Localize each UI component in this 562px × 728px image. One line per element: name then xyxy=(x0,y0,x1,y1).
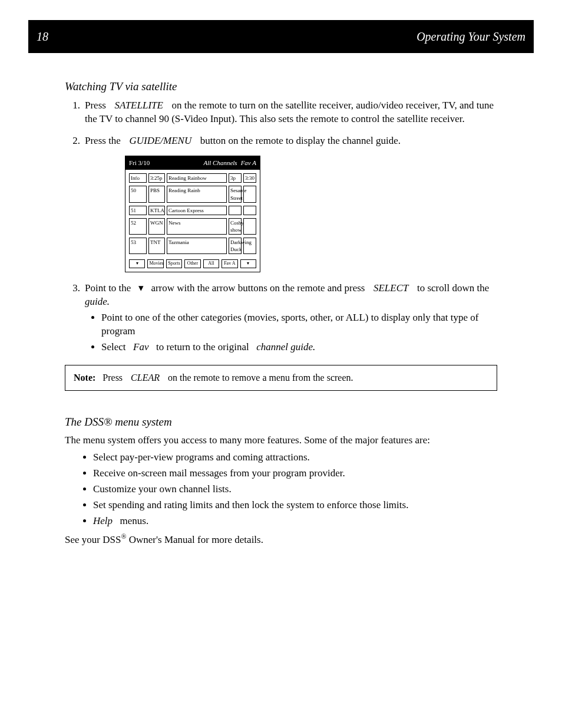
guide-foot-cell: ▾ xyxy=(129,259,145,268)
note-text: on the remote to remove a menu from the … xyxy=(168,373,353,383)
sub-item: Select Fav to return to the original cha… xyxy=(101,341,497,354)
guide-cell: 3:30 xyxy=(243,173,256,183)
guide-cell: Reading Rainb xyxy=(167,186,227,202)
feature-item: Customize your own channel lists. xyxy=(93,483,497,496)
feature-item: Help menus. xyxy=(93,515,497,528)
step-text: Press the xyxy=(85,135,121,146)
sub-list: Point to one of the other categories (mo… xyxy=(101,311,497,354)
guide-italic: guide. xyxy=(85,296,110,307)
guide-cell: Sesame Street xyxy=(229,186,242,202)
button-label-clear: CLEAR xyxy=(131,373,160,383)
step-text: Press xyxy=(85,100,106,111)
step-text: Point to the xyxy=(85,282,131,294)
guide-rows: Info 3:25p Reading Rainbow 3p 3:30 50 PB… xyxy=(125,170,260,258)
sub-item: Point to one of the other categories (mo… xyxy=(101,311,497,338)
guide-cell: TNT xyxy=(148,238,165,254)
guide-cell xyxy=(243,238,256,254)
section-heading-menu: The DSS® menu system xyxy=(65,414,497,430)
guide-foot-cell: All xyxy=(203,259,219,268)
step-text: to scroll down the xyxy=(417,282,489,294)
see-text: See your DSS xyxy=(65,533,121,545)
guide-cell: Info xyxy=(129,173,147,183)
steps-list: 1. Press SATELLITE on the remote to turn… xyxy=(65,99,497,354)
feature-item: Set spending and rating limits and then … xyxy=(93,499,497,512)
step-text: arrow with the arrow buttons on the remo… xyxy=(151,282,365,294)
guide-cell xyxy=(243,206,256,215)
guide-row: 50 PBS Reading Rainb Sesame Street xyxy=(129,186,256,202)
guide-foot-cell: Fav A xyxy=(222,259,237,268)
guide-cell: 51 xyxy=(129,206,147,215)
step-2: 2. Press the GUIDE/MENU button on the re… xyxy=(65,134,497,273)
sub-text: to return to the original xyxy=(156,341,249,353)
guide-cell xyxy=(229,206,242,215)
guide-row: 52 WGN News Cosby show xyxy=(129,218,256,235)
see-text: Owner's Manual for more details. xyxy=(126,533,263,545)
guide-cell xyxy=(243,218,256,235)
banner-page-number: 18 xyxy=(37,29,48,45)
feature-text: menus. xyxy=(120,515,149,526)
note-text: Press xyxy=(103,373,123,383)
note-box: Note: Press CLEAR on the remote to remov… xyxy=(65,365,497,391)
guide-cell: Reading Rainbow xyxy=(167,173,227,183)
guide-cell: Cosby show xyxy=(229,218,242,235)
guide-cell: Cartoon Express xyxy=(167,206,227,215)
fav-italic: Fav xyxy=(133,341,148,353)
sub-text: Point to one of the other categories (mo… xyxy=(101,312,478,337)
menu-intro: The menu system offers you access to man… xyxy=(65,434,497,447)
guide-cell xyxy=(243,186,256,202)
guide-row: 53 TNT Tazmania Darkwing Duck xyxy=(129,238,256,254)
see-manual: See your DSS® Owner's Manual for more de… xyxy=(65,532,497,547)
step-text: button on the remote to display the chan… xyxy=(200,135,401,146)
guide-cell: Tazmania xyxy=(167,238,227,254)
channel-guide-figure: Fri 3/10 All Channels Fav A Info 3:25p R… xyxy=(125,156,260,272)
guide-fav: Fav A xyxy=(241,159,256,167)
help-italic: Help xyxy=(93,515,113,526)
sub-text: Select xyxy=(101,341,126,353)
guide-cell: PBS xyxy=(148,186,165,202)
feature-item: Select pay-per-view programs and coming … xyxy=(93,451,497,465)
step-1: 1. Press SATELLITE on the remote to turn… xyxy=(65,99,497,126)
guide-cell: WGN xyxy=(148,218,165,235)
banner-title: Operating Your System xyxy=(416,29,525,45)
guide-cell: Darkwing Duck xyxy=(229,238,242,254)
button-label-guide: GUIDE/MENU xyxy=(129,135,191,146)
guide-foot-cell: ▾ xyxy=(240,259,256,268)
content: Watching TV via satellite 1. Press SATEL… xyxy=(65,79,497,546)
guide-cell: 3p xyxy=(229,173,242,183)
down-arrow-icon: ▾ xyxy=(138,282,144,294)
guide-cell: KTLA xyxy=(148,206,165,215)
guide-foot-cell: Movies xyxy=(147,259,163,268)
guide-date: Fri 3/10 xyxy=(129,159,200,167)
step-3: 3. Point to the ▾ arrow with the arrow b… xyxy=(65,282,497,354)
page-banner: 18 Operating Your System xyxy=(28,20,534,53)
note-label: Note: xyxy=(74,373,95,383)
guide-footer: ▾ Movies Sports Other All Fav A ▾ xyxy=(125,258,260,272)
channel-guide-italic: channel guide. xyxy=(256,341,315,353)
guide-cell: 52 xyxy=(129,218,147,235)
guide-row: 51 KTLA Cartoon Express xyxy=(129,206,256,215)
guide-foot-cell: Other xyxy=(184,259,200,268)
guide-mode: All Channels xyxy=(203,159,237,167)
section-heading-watching: Watching TV via satellite xyxy=(65,79,497,94)
guide-row: Info 3:25p Reading Rainbow 3p 3:30 xyxy=(129,173,256,183)
step-number: 1. xyxy=(65,99,80,113)
feature-item: Receive on-screen mail messages from you… xyxy=(93,467,497,480)
guide-cell: 53 xyxy=(129,238,147,254)
guide-cell: 3:25p xyxy=(148,173,165,183)
guide-header: Fri 3/10 All Channels Fav A xyxy=(125,156,260,170)
guide-cell: News xyxy=(167,218,227,235)
button-label-select: SELECT xyxy=(373,282,409,294)
guide-cell: 50 xyxy=(129,186,147,202)
step-number: 2. xyxy=(65,134,80,148)
guide-foot-cell: Sports xyxy=(166,259,182,268)
button-label-satellite: SATELLITE xyxy=(114,100,163,111)
features-list: Select pay-per-view programs and coming … xyxy=(93,451,497,528)
step-number: 3. xyxy=(65,282,80,295)
